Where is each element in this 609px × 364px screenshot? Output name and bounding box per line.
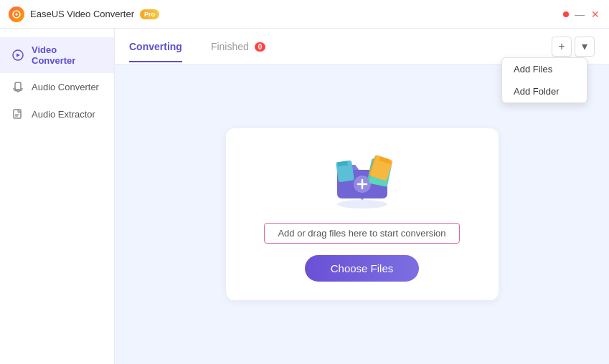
sidebar: Video Converter Audio Converter [0, 29, 115, 364]
tab-converting[interactable]: Converting [129, 31, 182, 62]
sidebar-item-video-converter[interactable]: Video Converter [0, 37, 114, 73]
minimize-button[interactable]: — [575, 9, 585, 19]
add-files-item[interactable]: Add Files [502, 58, 587, 80]
drop-text: Add or drag files here to start conversi… [264, 223, 459, 244]
add-folder-item[interactable]: Add Folder [502, 80, 587, 102]
tabs: Converting Finished 0 [129, 31, 265, 62]
video-converter-icon [11, 49, 24, 62]
drop-zone: Add or drag files here to start conversi… [226, 128, 499, 300]
video-converter-label: Video Converter [32, 44, 103, 66]
sidebar-item-audio-converter[interactable]: Audio Converter [0, 73, 114, 100]
svg-point-7 [337, 200, 387, 209]
close-button[interactable]: ✕ [590, 9, 600, 19]
add-button[interactable]: + [552, 37, 572, 57]
content-main: Add or drag files here to start conversi… [115, 64, 609, 364]
tab-finished[interactable]: Finished 0 [211, 31, 265, 62]
notification-dot [563, 11, 569, 17]
audio-extractor-label: Audio Extractor [32, 109, 95, 120]
svg-rect-2 [15, 82, 21, 90]
dropdown-menu: Add Files Add Folder [501, 57, 587, 103]
finished-badge: 0 [255, 42, 266, 52]
audio-converter-icon [11, 80, 24, 93]
app-name: EaseUS Video Converter [30, 9, 134, 19]
tab-actions: + ▾ [552, 37, 595, 57]
title-bar-left: EaseUS Video Converter Pro [9, 6, 159, 22]
title-bar-controls: — ✕ [563, 9, 600, 19]
audio-converter-label: Audio Converter [32, 82, 99, 92]
title-bar: EaseUS Video Converter Pro — ✕ [0, 0, 609, 29]
sidebar-item-audio-extractor[interactable]: Audio Extractor [0, 100, 114, 128]
app-logo [9, 6, 24, 22]
pro-badge: Pro [140, 9, 159, 19]
folder-illustration [323, 147, 402, 211]
choose-files-button[interactable]: Choose Files [305, 255, 420, 282]
dropdown-button[interactable]: ▾ [575, 37, 595, 57]
audio-extractor-icon [11, 107, 24, 120]
